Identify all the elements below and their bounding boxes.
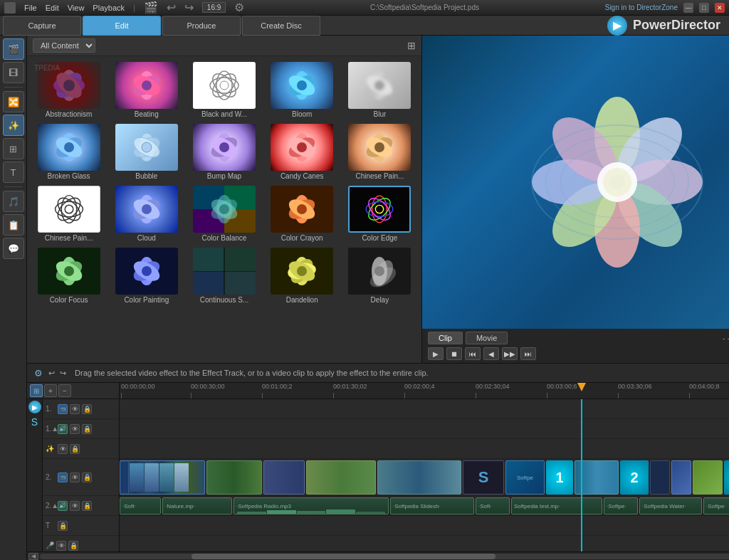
- play-button[interactable]: ▶: [428, 347, 444, 360]
- effect-bloom[interactable]: Bloom: [265, 60, 340, 120]
- sidebar-btn-titles[interactable]: T: [3, 162, 24, 183]
- stop-button[interactable]: ⏹: [446, 347, 462, 360]
- sidebar-btn-effects[interactable]: ✨: [3, 115, 24, 136]
- track-lock-title[interactable]: 🔒: [58, 521, 68, 531]
- effect-continuous[interactable]: Continuous S...: [187, 246, 261, 305]
- clip-2v-10[interactable]: 2: [620, 460, 649, 495]
- effect-colorcrayon[interactable]: Color Crayon: [265, 184, 340, 243]
- effect-colorpainting[interactable]: Color Painting: [109, 246, 184, 305]
- clip-2v-8[interactable]: 1: [546, 460, 573, 495]
- clip-2v-3[interactable]: [263, 460, 305, 495]
- timeline-hscroll[interactable]: ◀ ▶: [27, 551, 729, 560]
- clip-2v-13[interactable]: [693, 460, 723, 495]
- effect-delay[interactable]: Delay: [342, 246, 417, 305]
- sidebar-btn-audio[interactable]: 🎵: [3, 191, 24, 212]
- effect-blackwhite[interactable]: Black and W...: [187, 60, 261, 120]
- sidebar-btn-subtitle[interactable]: 💬: [3, 238, 24, 259]
- effect-blur[interactable]: Blur: [342, 60, 417, 120]
- clip-2a-3[interactable]: ·Softpedia Radio.mp3: [234, 497, 389, 514]
- clip-2a-2[interactable]: ·Nature.mp·: [162, 497, 232, 514]
- effect-bubble[interactable]: Bubble: [109, 122, 184, 181]
- preview-panel: Clip Movie - - : - - : - - : - - Fit ▼ ▶…: [422, 36, 729, 363]
- hscroll-thumb[interactable]: [192, 554, 495, 559]
- clip-2v-5[interactable]: [377, 460, 461, 495]
- clip-2v-4[interactable]: [306, 460, 376, 495]
- track-eye-voice[interactable]: 👁: [56, 541, 66, 551]
- effect-chinesepaint[interactable]: Chinese Pain...: [342, 122, 417, 181]
- clip-2v-7[interactable]: Softpe: [505, 460, 545, 495]
- effect-beating[interactable]: Beating: [109, 60, 184, 120]
- rewind-button[interactable]: ◀: [483, 347, 499, 360]
- sidebar-btn-pip[interactable]: ⊞: [3, 138, 24, 159]
- menu-playback[interactable]: Playback: [93, 4, 125, 12]
- menu-view[interactable]: View: [68, 4, 85, 12]
- timeline-add-track[interactable]: ⊞: [30, 384, 43, 397]
- sidebar-btn-media[interactable]: 🎞: [3, 62, 24, 83]
- tab-edit[interactable]: Edit: [83, 16, 161, 36]
- track-eye-fx[interactable]: 👁: [58, 444, 68, 454]
- track-lock-1a[interactable]: 🔒: [82, 424, 92, 434]
- effects-dropdown[interactable]: All Content: [33, 38, 95, 53]
- tab-produce[interactable]: Produce: [162, 16, 241, 36]
- forward-button[interactable]: ▶▶: [502, 347, 518, 360]
- clip-2a-8[interactable]: ·Softpedia Water·: [639, 497, 702, 514]
- clip-2v-12[interactable]: [671, 460, 691, 495]
- preview-clip-tab[interactable]: Clip: [428, 332, 463, 344]
- grid-view-icon[interactable]: ⊞: [407, 40, 416, 51]
- tab-create-disc[interactable]: Create Disc: [242, 16, 320, 36]
- effect-candycanes[interactable]: Candy Canes: [265, 122, 340, 181]
- clip-2v-9[interactable]: [575, 460, 619, 495]
- effect-abstractionism[interactable]: Abstractionism: [31, 60, 106, 120]
- effect-chinesepaint2[interactable]: Chinese Pain...: [31, 184, 106, 243]
- clip-2a-7[interactable]: ·Softpe·: [604, 497, 638, 514]
- clip-2v-11[interactable]: [650, 460, 670, 495]
- timeline-zoom-out[interactable]: −: [58, 384, 71, 397]
- effect-coloredge[interactable]: Color Edge: [342, 184, 417, 243]
- prev-frame-button[interactable]: ⏮: [465, 347, 481, 360]
- clip-2a-5[interactable]: ·Soft·: [476, 497, 510, 514]
- clip-2v-2[interactable]: [206, 460, 262, 495]
- track-lock-2v[interactable]: 🔒: [82, 472, 92, 482]
- track-icon-1v: 📹: [58, 404, 68, 414]
- effect-label-colorcrayon: Color Crayon: [281, 234, 323, 242]
- tab-capture[interactable]: Capture: [3, 16, 81, 36]
- preview-movie-tab[interactable]: Movie: [466, 332, 508, 344]
- clip-2a-9[interactable]: ·Softpe·: [703, 497, 729, 514]
- next-frame-button[interactable]: ⏭: [520, 347, 536, 360]
- track-lock-1v[interactable]: 🔒: [82, 404, 92, 414]
- track-eye-1v[interactable]: 👁: [70, 404, 80, 414]
- effect-colorbalance[interactable]: Color Balance: [187, 184, 261, 243]
- track-lock-voice[interactable]: 🔒: [68, 541, 78, 551]
- undo-btn[interactable]: ↩: [48, 369, 55, 377]
- effect-colorfocus[interactable]: Color Focus: [31, 246, 106, 305]
- effect-cloud[interactable]: Cloud: [109, 184, 184, 243]
- track-eye-2v[interactable]: 👁: [70, 472, 80, 482]
- clip-2a-6[interactable]: Softpedia test.mp·: [511, 497, 602, 514]
- redo-btn[interactable]: ↪: [60, 369, 66, 377]
- hscroll-left[interactable]: ◀: [28, 553, 38, 560]
- sidebar-btn-preview[interactable]: 🎬: [3, 38, 24, 60]
- timeline-zoom-in[interactable]: +: [44, 384, 57, 397]
- clip-2v-1[interactable]: [120, 460, 205, 495]
- signin-link[interactable]: Sign in to DirectorZone: [605, 4, 678, 11]
- effect-bumpmap[interactable]: Bump Map: [187, 122, 261, 181]
- sidebar-btn-transitions[interactable]: 🔀: [3, 91, 24, 112]
- clip-2a-4[interactable]: ·Softpedia Slidesh·: [390, 497, 474, 514]
- clip-2a-1[interactable]: ·Soft·: [120, 497, 161, 514]
- effect-brokenglass[interactable]: Broken Glass: [31, 122, 106, 181]
- hscroll-track[interactable]: [40, 554, 729, 559]
- clip-2v-14[interactable]: 1: [724, 460, 729, 495]
- track-lock-2a[interactable]: 🔒: [82, 501, 92, 511]
- maximize-button[interactable]: □: [699, 3, 709, 13]
- minimize-button[interactable]: —: [683, 3, 693, 13]
- close-button[interactable]: ✕: [715, 3, 725, 13]
- track-eye-2a[interactable]: 👁: [70, 501, 80, 511]
- tracks-area[interactable]: S Softpe 1 2: [120, 399, 729, 551]
- menu-edit[interactable]: Edit: [46, 4, 59, 12]
- clip-2v-6[interactable]: S: [463, 460, 504, 495]
- effect-dandelion[interactable]: Dandelion: [265, 246, 340, 305]
- track-lock-fx[interactable]: 🔒: [70, 444, 80, 454]
- track-eye-1a[interactable]: 👁: [70, 424, 80, 434]
- menu-file[interactable]: File: [24, 4, 37, 12]
- sidebar-btn-chapters[interactable]: 📋: [3, 214, 24, 236]
